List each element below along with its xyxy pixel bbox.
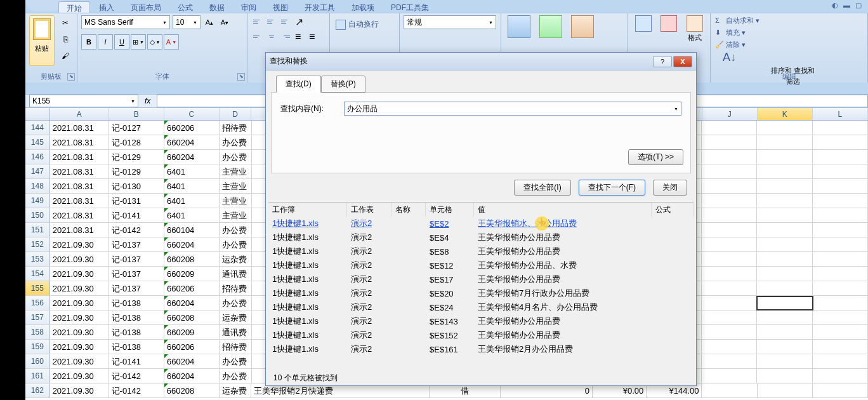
copy-button[interactable]: ⎘ (58, 32, 72, 46)
find-next-button[interactable]: 查找下一个(F) (579, 180, 645, 196)
cell[interactable] (813, 383, 868, 397)
clipboard-dialog-launcher[interactable]: ⬊ (67, 73, 75, 81)
cell[interactable] (813, 223, 868, 237)
cell[interactable]: 办公费 (220, 354, 252, 368)
cell[interactable] (757, 237, 812, 251)
cell[interactable]: 660204 (164, 369, 220, 383)
cell[interactable]: 运杂费 (220, 310, 252, 324)
row-header[interactable]: 160 (25, 354, 50, 368)
cell[interactable]: 2021.09.30 (50, 296, 109, 310)
row-header[interactable]: 157 (25, 310, 50, 324)
cell[interactable] (813, 340, 868, 354)
row-header[interactable]: 152 (25, 237, 50, 251)
row-header[interactable]: 149 (25, 194, 50, 208)
row-header[interactable]: 154 (25, 267, 50, 281)
font-style-button-0[interactable]: B (81, 34, 96, 50)
cell[interactable] (702, 267, 757, 281)
cell[interactable]: 记-0142 (109, 369, 164, 383)
office-button[interactable] (25, 0, 63, 11)
cell[interactable] (702, 252, 757, 266)
cell[interactable] (757, 135, 812, 149)
cell[interactable]: 2021.08.31 (50, 223, 109, 237)
col-header-a[interactable]: A (50, 108, 109, 120)
cell[interactable]: 主营业 (220, 164, 252, 178)
cell[interactable] (757, 194, 812, 208)
tab-replace[interactable]: 替换(P) (321, 76, 365, 93)
cell[interactable]: 660206 (164, 121, 220, 135)
cell[interactable] (813, 121, 868, 135)
col-header-j[interactable]: J (702, 108, 758, 120)
cell[interactable]: 办公费 (220, 296, 252, 310)
cell[interactable] (813, 208, 868, 222)
cell[interactable] (702, 208, 757, 222)
results-header-name[interactable]: 名称 (391, 203, 426, 217)
cell[interactable]: 通讯费 (220, 325, 252, 339)
clear-button[interactable]: 🧹清除 ▾ (714, 39, 864, 50)
search-result-row[interactable]: 1快捷键1.xls演示2$E$4王美华报销办公用品费 (268, 230, 694, 244)
cell[interactable]: 660204 (164, 135, 220, 149)
name-box[interactable]: K155▼ (29, 95, 138, 107)
cell[interactable] (702, 383, 757, 397)
cell[interactable]: 办公费 (220, 223, 252, 237)
decrease-indent-button[interactable]: ≡ (293, 30, 306, 43)
cell[interactable]: 2021.08.31 (50, 179, 109, 193)
paste-button[interactable]: 粘贴 (29, 15, 55, 66)
cell[interactable] (757, 340, 812, 354)
cell[interactable]: 记-0138 (109, 340, 164, 354)
cell[interactable]: 2021.08.31 (50, 164, 109, 178)
cell[interactable] (702, 354, 757, 368)
cell[interactable]: 660206 (164, 281, 220, 295)
cell[interactable] (702, 340, 757, 354)
font-dialog-launcher[interactable]: ⬊ (237, 73, 245, 81)
fx-icon[interactable]: fx (145, 97, 150, 105)
cell[interactable] (757, 281, 812, 295)
format-painter-button[interactable]: 🖌 (58, 49, 72, 63)
cell[interactable] (702, 121, 757, 135)
cell[interactable] (757, 310, 812, 324)
cell[interactable]: 660209 (164, 267, 220, 281)
cell[interactable] (757, 296, 812, 310)
cell[interactable]: 记-0137 (109, 281, 164, 295)
cell[interactable] (702, 194, 757, 208)
cell[interactable]: 记-0137 (109, 252, 164, 266)
close-button[interactable]: 关闭 (653, 180, 687, 196)
row-header[interactable]: 153 (25, 252, 50, 266)
cell[interactable] (702, 281, 757, 295)
cell[interactable]: 6401 (164, 208, 220, 222)
dialog-close-button[interactable]: X (673, 56, 692, 67)
cell[interactable] (702, 325, 757, 339)
cell[interactable]: 2021.09.30 (50, 237, 109, 251)
row-header[interactable]: 144 (25, 121, 50, 135)
row-header[interactable]: 156 (25, 296, 50, 310)
cell[interactable]: 2021.09.30 (50, 267, 109, 281)
cell[interactable]: 2021.09.30 (50, 383, 109, 397)
align-top-button[interactable] (251, 15, 264, 28)
search-result-row[interactable]: 1快捷键1.xls演示2$E$161王美华报销2月办公用品费 (268, 342, 694, 356)
cell[interactable]: 2021.08.31 (50, 150, 109, 164)
cell[interactable] (702, 237, 757, 251)
align-left-button[interactable] (251, 30, 264, 43)
cell[interactable]: 660204 (164, 354, 220, 368)
row-header[interactable]: 158 (25, 325, 50, 339)
tab-find[interactable]: 查找(D) (276, 76, 321, 93)
font-size-combo[interactable]: 10▼ (173, 15, 201, 29)
font-style-button-5[interactable]: A▼ (164, 34, 179, 50)
cell[interactable]: 660208 (164, 383, 220, 397)
cell[interactable]: 办公费 (220, 369, 252, 383)
row-header[interactable]: 150 (25, 208, 50, 222)
options-button[interactable]: 选项(T) >> (628, 149, 683, 165)
font-style-button-2[interactable]: U (114, 34, 129, 50)
row-header[interactable]: 159 (25, 340, 50, 354)
cell[interactable] (757, 354, 812, 368)
cell[interactable] (702, 164, 757, 178)
search-result-row[interactable]: 1快捷键1.xls演示2$E$20王美华报销7月行政办公用品费 (268, 286, 694, 300)
cell[interactable] (757, 223, 812, 237)
font-name-combo[interactable]: MS Sans Serif▼ (81, 15, 170, 29)
results-header-worksheet[interactable]: 工作表 (347, 203, 391, 217)
cell[interactable] (757, 179, 812, 193)
col-header-c[interactable]: C (164, 108, 220, 120)
cell[interactable]: 660204 (164, 237, 220, 251)
cell[interactable]: 2021.09.30 (50, 252, 109, 266)
orientation-button[interactable]: ↗ (293, 15, 306, 28)
cell[interactable]: 660204 (164, 296, 220, 310)
